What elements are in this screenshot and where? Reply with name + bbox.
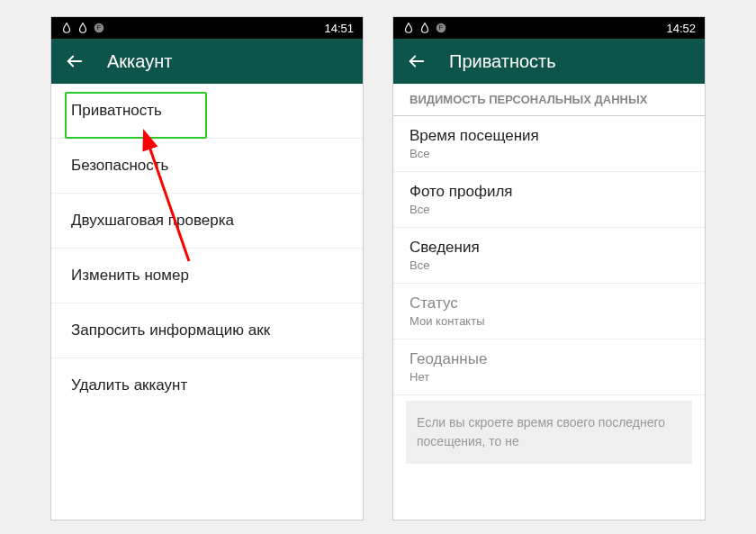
status-time: 14:51 [324,22,354,35]
pref-title: Фото профиля [410,183,688,201]
pref-value: Мои контакты [410,314,688,328]
drop-icon [60,22,73,34]
item-change-number[interactable]: Изменить номер [51,249,363,303]
page-title: Аккаунт [107,51,172,72]
status-bar: F 14:52 [393,17,705,39]
status-bar: F 14:51 [51,17,363,39]
item-privacy[interactable]: Приватность [51,84,363,139]
phone-privacy: F 14:52 Приватность ВИДИМОСТЬ ПЕРСОНАЛЬН… [392,16,706,520]
back-button[interactable] [406,50,428,72]
drop-icon [76,22,89,34]
pref-value: Все [410,203,688,216]
item-request-info[interactable]: Запросить информацию акк [51,303,363,358]
svg-text:F: F [439,24,443,31]
badge-icon: F [93,22,105,34]
status-icons: F [402,22,447,34]
pref-title: Время посещения [410,127,688,145]
pref-about[interactable]: Сведения Все [393,228,705,284]
back-button[interactable] [64,50,86,72]
drop-icon [402,22,415,34]
pref-profile-photo[interactable]: Фото профиля Все [393,172,705,228]
arrow-left-icon [65,51,85,71]
pref-status[interactable]: Статус Мои контакты [393,284,705,339]
pref-value: Нет [410,370,688,384]
arrow-left-icon [407,51,427,71]
app-bar: Приватность [393,39,705,84]
item-two-step[interactable]: Двухшаговая проверка [51,194,363,249]
badge-icon: F [435,22,447,34]
page-title: Приватность [449,51,556,72]
status-icons: F [60,22,105,34]
privacy-note: Если вы скроете время своего последнего … [406,401,692,464]
pref-last-seen[interactable]: Время посещения Все [393,116,705,172]
account-settings-list: Приватность Безопасность Двухшаговая про… [51,84,363,520]
app-bar: Аккаунт [51,39,363,84]
item-security[interactable]: Безопасность [51,139,363,194]
pref-live-location[interactable]: Геоданные Нет [393,339,705,395]
pref-value: Все [410,147,688,160]
pref-title: Сведения [410,239,688,257]
item-delete-account[interactable]: Удалить аккаунт [51,358,363,412]
privacy-settings-list: ВИДИМОСТЬ ПЕРСОНАЛЬНЫХ ДАННЫХ Время посе… [393,84,705,520]
pref-value: Все [410,258,688,272]
status-time: 14:52 [666,22,696,35]
pref-title: Статус [410,294,688,312]
drop-icon [418,22,431,34]
svg-text:F: F [97,24,101,31]
section-header-visibility: ВИДИМОСТЬ ПЕРСОНАЛЬНЫХ ДАННЫХ [393,84,705,116]
pref-title: Геоданные [410,350,688,368]
phone-account: F 14:51 Аккаунт Приватность Безопасность… [50,16,364,520]
